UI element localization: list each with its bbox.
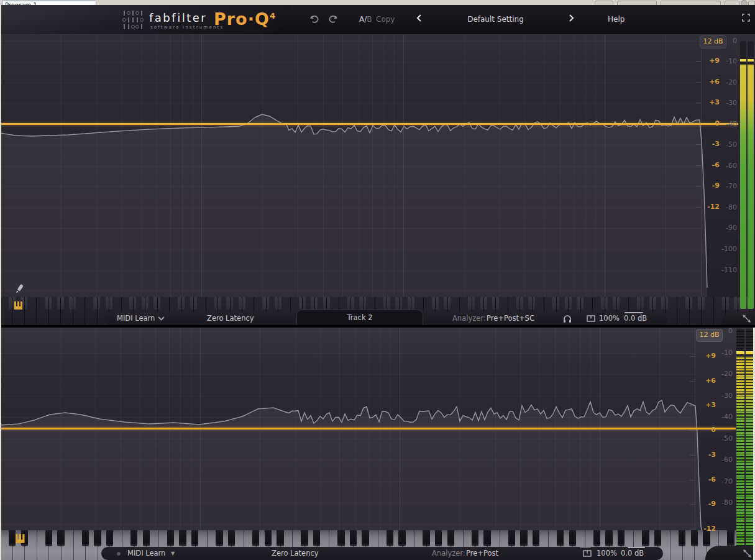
gain-scale-tick bbox=[690, 430, 695, 431]
grid-line-horizontal bbox=[0, 166, 701, 167]
bottom-toolbar: MIDI Learn ▼ Zero Latency Analyzer: Pre+… bbox=[101, 547, 663, 560]
spectrum-scale-label: -10 bbox=[712, 349, 733, 357]
gain-scale-tick bbox=[696, 186, 701, 186]
matrix-bar bbox=[122, 9, 126, 16]
output-gain-value[interactable]: 0.0 dB bbox=[621, 549, 644, 558]
midi-learn-button[interactable]: MIDI Learn bbox=[117, 314, 155, 323]
matrix-bar bbox=[130, 16, 135, 23]
piano-key-separator bbox=[61, 530, 62, 560]
piano-key-separator bbox=[677, 297, 677, 325]
spectrum-scale-label: -90 bbox=[716, 224, 737, 232]
piano-key-separator bbox=[85, 530, 86, 560]
piano-key-separator bbox=[98, 530, 98, 560]
eq-curve-0db[interactable] bbox=[0, 428, 736, 429]
grid-line-horizontal bbox=[0, 103, 701, 104]
piano-zoom-icon[interactable] bbox=[14, 301, 25, 310]
chevron-down-icon[interactable] bbox=[158, 316, 165, 321]
dropdown-triangle-icon[interactable]: ▼ bbox=[171, 551, 175, 556]
spectrum-scale-label: -30 bbox=[712, 392, 733, 400]
matrix-bar bbox=[130, 9, 135, 16]
display-zoom-value[interactable]: 100% bbox=[597, 549, 617, 558]
grid-line-horizontal bbox=[0, 417, 695, 418]
meter-peak-hold bbox=[740, 59, 746, 62]
grid-line-horizontal bbox=[0, 331, 695, 332]
matrix-bar bbox=[135, 16, 139, 23]
piano-key-separator bbox=[73, 297, 73, 325]
piano-key-separator bbox=[694, 530, 695, 560]
grid-line-horizontal bbox=[0, 228, 701, 229]
gain-scale-tick bbox=[690, 529, 695, 530]
matrix-dot bbox=[135, 23, 139, 30]
spectrum-scale-label: -40 bbox=[716, 121, 737, 128]
analyzer-mode-button[interactable]: Pre+Post+SC bbox=[487, 314, 534, 323]
display-range-button[interactable]: 12 dB bbox=[700, 35, 726, 48]
grid-line-horizontal bbox=[0, 186, 701, 187]
analyzer-label: Analyzer: bbox=[452, 314, 486, 323]
undo-icon[interactable] bbox=[309, 14, 319, 24]
corner-panel bbox=[705, 546, 755, 560]
piano-key-separator bbox=[73, 530, 74, 560]
copy-button[interactable]: Copy bbox=[376, 15, 395, 24]
pencil-tool-icon[interactable] bbox=[14, 283, 26, 295]
spectrum-scale-label: -100 bbox=[716, 246, 737, 253]
matrix-dot bbox=[122, 16, 126, 23]
fabfilter-dotmatrix-logo bbox=[122, 9, 144, 30]
redo-icon[interactable] bbox=[328, 14, 338, 24]
toolbar-indicator bbox=[580, 547, 591, 548]
output-gain-value[interactable]: 0.0 dB bbox=[624, 314, 647, 323]
eq-curve-0db[interactable] bbox=[0, 123, 738, 125]
gain-scale-label: +3 bbox=[697, 402, 716, 409]
piano-toggle-icon[interactable] bbox=[587, 315, 595, 322]
fullscreen-icon[interactable] bbox=[742, 14, 750, 22]
toolbar-indicator bbox=[625, 312, 643, 313]
matrix-dot bbox=[130, 23, 135, 30]
meter-peak-hold bbox=[736, 351, 744, 354]
plugin-header: fabfilter software instruments Pro·Q4 A/… bbox=[0, 5, 755, 34]
toolbar-indicator bbox=[628, 547, 645, 548]
spectrum-scale-label: -10 bbox=[716, 58, 737, 65]
spectrum-scale-label: -70 bbox=[716, 183, 737, 190]
midi-learn-button[interactable]: MIDI Learn bbox=[127, 549, 165, 558]
piano-toggle-icon[interactable] bbox=[583, 550, 592, 557]
output-level-meter bbox=[739, 41, 755, 309]
grid-line-horizontal bbox=[0, 62, 701, 62]
meter-bar-left bbox=[736, 329, 744, 560]
resize-handle-icon[interactable] bbox=[742, 314, 751, 323]
preset-name-button[interactable]: Default Setting bbox=[429, 15, 562, 24]
piano-key-separator bbox=[60, 297, 61, 325]
spectrum-scale-label: -80 bbox=[712, 499, 733, 507]
ab-compare-button[interactable]: A/B bbox=[359, 15, 372, 24]
piano-key-separator bbox=[36, 297, 37, 325]
spectrum-scale-label: -50 bbox=[716, 141, 737, 149]
preset-next-icon[interactable] bbox=[569, 14, 574, 22]
spectrum-scale-label: -110 bbox=[716, 267, 737, 274]
brand-subtitle: software instruments bbox=[150, 25, 224, 30]
piano-key-separator bbox=[85, 297, 85, 325]
gain-scale-label: 0 bbox=[697, 426, 716, 434]
resize-handle-icon[interactable] bbox=[743, 549, 752, 558]
help-button[interactable]: Help bbox=[608, 15, 625, 24]
zero-latency-button[interactable]: Zero Latency bbox=[207, 314, 254, 323]
headphones-icon[interactable] bbox=[562, 314, 572, 323]
grid-line-horizontal bbox=[0, 249, 701, 250]
preset-prev-icon[interactable] bbox=[416, 14, 422, 22]
display-zoom-value[interactable]: 100% bbox=[599, 314, 620, 323]
gain-scale-tick bbox=[696, 207, 701, 208]
gain-scale-tick bbox=[696, 144, 701, 145]
track-tab[interactable]: Track 2 bbox=[296, 310, 423, 325]
gain-scale-tick bbox=[690, 356, 695, 357]
gain-scale-tick bbox=[696, 103, 701, 103]
zero-latency-button[interactable]: Zero Latency bbox=[272, 549, 319, 558]
spectrum-scale-label: -60 bbox=[716, 162, 737, 170]
matrix-bar bbox=[126, 23, 130, 30]
grid-line-horizontal bbox=[0, 396, 695, 397]
grid-line-horizontal bbox=[0, 374, 695, 375]
piano-key-separator bbox=[713, 297, 714, 325]
grid-line-horizontal bbox=[0, 291, 701, 291]
piano-zoom-icon[interactable] bbox=[15, 533, 27, 544]
gain-scale-tick bbox=[696, 61, 701, 62]
display-range-button[interactable]: 12 dB bbox=[696, 329, 723, 342]
matrix-bar bbox=[139, 23, 144, 30]
spectrum-scale-label: -50 bbox=[712, 435, 733, 443]
analyzer-mode-button[interactable]: Pre+Post bbox=[466, 549, 498, 558]
